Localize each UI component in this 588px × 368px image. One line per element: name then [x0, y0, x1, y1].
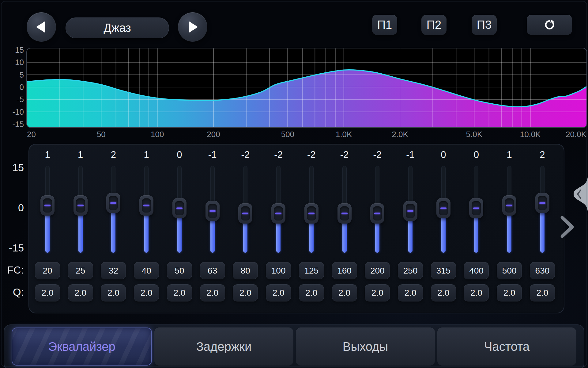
slider-thumb-inner — [142, 198, 151, 213]
bottom-tab[interactable]: Частота — [437, 328, 576, 366]
slider-thumb[interactable] — [304, 203, 318, 224]
band-fc-button[interactable]: 160 — [332, 262, 357, 279]
gain-slider[interactable] — [130, 166, 163, 253]
graph-x-tick: 50 — [97, 130, 106, 139]
gain-slider[interactable] — [460, 166, 493, 253]
slider-thumb-inner — [307, 206, 316, 220]
slider-thumb[interactable] — [535, 193, 549, 213]
band-gain-value: 1 — [64, 149, 97, 160]
eq-band-column: -2 125 2.0 — [295, 144, 328, 313]
preset-slot-button[interactable]: П1 — [372, 15, 397, 35]
band-fc-button[interactable]: 315 — [431, 262, 456, 279]
band-q-button[interactable]: 2.0 — [464, 284, 489, 301]
slider-thumb[interactable] — [238, 203, 252, 224]
tab-label: Выходы — [343, 340, 388, 354]
bottom-tab[interactable]: Эквалайзер — [12, 328, 152, 366]
band-fc-button[interactable]: 20 — [35, 262, 60, 279]
band-q-button[interactable]: 2.0 — [266, 284, 291, 301]
slider-thumb-inner — [76, 198, 85, 213]
gain-slider[interactable] — [295, 166, 328, 253]
band-q-button[interactable]: 2.0 — [68, 284, 93, 301]
band-fc-button[interactable]: 50 — [167, 262, 192, 279]
preset-slot-button[interactable]: П3 — [472, 15, 497, 35]
bottom-tab[interactable]: Выходы — [296, 328, 435, 366]
preset-name-display[interactable]: Джаз — [66, 17, 169, 38]
slider-thumb-dash — [341, 213, 348, 214]
slider-thumb[interactable] — [74, 195, 88, 216]
tab-label: Частота — [484, 340, 530, 354]
prev-preset-button[interactable] — [27, 12, 56, 42]
band-fc-button[interactable]: 250 — [398, 262, 423, 279]
band-q-button[interactable]: 2.0 — [497, 284, 522, 301]
slider-thumb[interactable] — [403, 201, 417, 221]
band-fc-button[interactable]: 25 — [68, 262, 93, 279]
band-gain-value: -2 — [361, 149, 394, 160]
band-q-button[interactable]: 2.0 — [101, 284, 126, 301]
tab-label: Эквалайзер — [48, 340, 115, 354]
gain-slider[interactable] — [361, 166, 394, 253]
band-gain-value: 2 — [526, 149, 559, 160]
gain-slider[interactable] — [262, 166, 295, 253]
gain-slider[interactable] — [97, 166, 130, 253]
bottom-tab[interactable]: Задержки — [154, 328, 293, 366]
slider-thumb[interactable] — [205, 201, 220, 221]
band-fc-button[interactable]: 40 — [134, 262, 159, 279]
slider-thumb-inner — [241, 206, 250, 220]
gain-slider[interactable] — [526, 166, 559, 253]
side-drawer-handle[interactable] — [571, 172, 588, 216]
slider-thumb[interactable] — [337, 203, 352, 224]
reset-button[interactable] — [527, 15, 572, 35]
gain-slider[interactable] — [427, 166, 460, 253]
gain-slider[interactable] — [493, 166, 526, 253]
next-bands-button[interactable] — [559, 215, 576, 239]
gain-slider[interactable] — [64, 166, 97, 253]
gain-slider[interactable] — [229, 166, 262, 253]
bottom-tab-bar: Эквалайзер Задержки Выходы Частота — [4, 324, 584, 368]
band-gain-value: 1 — [493, 149, 526, 160]
slider-thumb[interactable] — [172, 198, 187, 218]
band-fc-button[interactable]: 500 — [497, 262, 522, 279]
band-fc-button[interactable]: 32 — [101, 262, 126, 279]
slider-thumb[interactable] — [106, 193, 120, 213]
band-q-button[interactable]: 2.0 — [398, 284, 423, 301]
band-q-button[interactable]: 2.0 — [332, 284, 357, 301]
next-preset-button[interactable] — [178, 12, 207, 42]
band-q-button[interactable]: 2.0 — [530, 284, 555, 301]
band-gain-value: 2 — [97, 149, 130, 160]
slider-thumb[interactable] — [370, 203, 384, 224]
q-row-label: Q: — [0, 286, 24, 297]
slider-thumb[interactable] — [469, 198, 483, 218]
band-q-button[interactable]: 2.0 — [134, 284, 159, 301]
gain-slider[interactable] — [394, 166, 427, 253]
slider-thumb[interactable] — [139, 195, 153, 216]
slider-thumb[interactable] — [502, 195, 516, 216]
band-gain-value: 0 — [427, 149, 460, 160]
arrow-left-icon — [36, 21, 45, 33]
band-q-button[interactable]: 2.0 — [299, 284, 324, 301]
band-q-button[interactable]: 2.0 — [431, 284, 456, 301]
band-fc-button[interactable]: 80 — [233, 262, 258, 279]
band-q-button[interactable]: 2.0 — [200, 284, 225, 301]
band-q-button[interactable]: 2.0 — [233, 284, 258, 301]
band-fc-button[interactable]: 100 — [266, 262, 291, 279]
band-fc-button[interactable]: 630 — [530, 262, 555, 279]
slider-thumb-inner — [109, 196, 118, 210]
band-fc-button[interactable]: 63 — [200, 262, 225, 279]
band-q-button[interactable]: 2.0 — [35, 284, 60, 301]
slider-thumb[interactable] — [40, 195, 55, 216]
band-fc-button[interactable]: 200 — [365, 262, 390, 279]
band-fc-button[interactable]: 400 — [464, 262, 489, 279]
band-fc-button[interactable]: 125 — [299, 262, 324, 279]
preset-slot-button[interactable]: П2 — [421, 15, 447, 35]
slider-thumb-inner — [538, 196, 547, 210]
band-q-button[interactable]: 2.0 — [167, 284, 192, 301]
slider-thumb[interactable] — [436, 198, 450, 218]
band-q-button[interactable]: 2.0 — [365, 284, 390, 301]
gain-slider[interactable] — [31, 166, 64, 253]
slider-thumb[interactable] — [271, 203, 285, 224]
band-gain-value: -2 — [295, 149, 328, 160]
slider-thumb-dash — [77, 205, 84, 206]
gain-slider[interactable] — [328, 166, 361, 253]
gain-slider[interactable] — [163, 166, 196, 253]
gain-slider[interactable] — [196, 166, 229, 253]
